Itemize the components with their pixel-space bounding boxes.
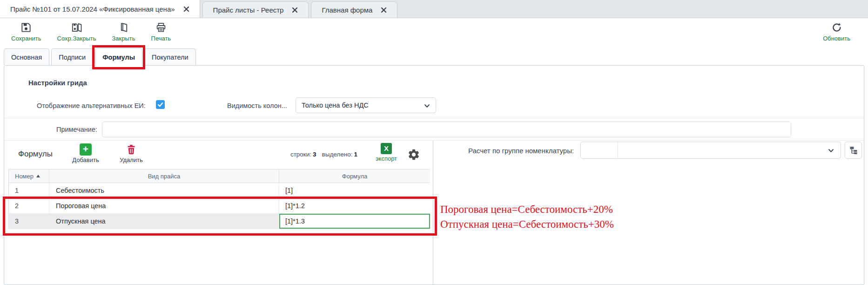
gear-icon[interactable] [407, 148, 420, 161]
column-header-formula[interactable]: Формула [279, 170, 430, 183]
save-close-button[interactable]: Сохр.Закрыть [57, 21, 96, 42]
nomenclature-group-combo[interactable] [580, 142, 841, 159]
note-label: Примечание: [37, 126, 97, 133]
cell-number: 2 [9, 198, 49, 213]
tab-main[interactable]: Основная [4, 48, 49, 65]
window-tab-bar: Прайс №101 от 15.07.2024 «Фиксированная … [0, 0, 868, 18]
table-row-selected[interactable]: 3 Отпускная цена [1]*1.3 [9, 214, 430, 229]
cell-formula: [1]*1.3 [279, 214, 430, 229]
print-button[interactable]: Печать [151, 21, 171, 42]
chevron-down-icon [424, 102, 431, 109]
table-header: Номер Вид прайса Формула [9, 169, 430, 183]
cell-number: 1 [9, 183, 49, 198]
formula-edit-cell[interactable]: [1]*1.3 [279, 214, 430, 229]
add-row-button[interactable]: + Добавить [64, 143, 108, 163]
formulas-tab-panel: Настройки грида Отображение альтернативн… [4, 65, 864, 285]
cell-price-type: Себестоимость [49, 183, 279, 198]
columns-visibility-select[interactable]: Только цена без НДС [296, 97, 436, 113]
app-window: Прайс №101 от 15.07.2024 «Фиксированная … [0, 0, 868, 285]
tab-label: Формулы [102, 54, 135, 61]
close-form-button[interactable]: Закрыть [112, 21, 135, 42]
grid-title: Формулы [18, 149, 53, 159]
alt-units-label: Отображение альтернативных ЕИ: [37, 102, 146, 109]
selected-count-label: выделено: [322, 151, 353, 158]
divider [4, 118, 864, 118]
hierarchy-tree-icon [848, 145, 859, 156]
combo-code-segment [581, 142, 618, 158]
annotation-line: Отпускная цена=Себестоимость+30% [440, 217, 614, 232]
sort-ascending-icon [36, 175, 40, 177]
formulas-grid: Формулы + Добавить Удалить строки:3выдел… [4, 141, 433, 285]
grid-settings-title: Настройки грида [28, 79, 87, 87]
rows-count-label: строки: [290, 151, 311, 158]
columns-visibility-label: Видимость колон... [227, 102, 287, 109]
window-tab-price-registry[interactable]: Прайс листы - Реестр [202, 1, 309, 18]
floppy-door-icon [71, 21, 83, 34]
main-toolbar: Сохранить Сохр.Закрыть Закрыть [0, 18, 868, 45]
tab-label: Подписи [59, 54, 86, 61]
close-icon[interactable] [292, 7, 298, 13]
table-row[interactable]: 1 Себестоимость [1] [9, 183, 430, 198]
alt-units-checkbox[interactable] [156, 100, 165, 109]
column-header-price-type[interactable]: Вид прайса [49, 170, 279, 183]
window-tab-price-document[interactable]: Прайс №101 от 15.07.2024 «Фиксированная … [0, 0, 200, 18]
selected-count-value: 1 [354, 151, 357, 158]
tab-formulas[interactable]: Формулы [95, 48, 142, 66]
cell-formula: [1]*1.2 [279, 198, 430, 213]
plus-icon: + [80, 143, 92, 156]
window-tab-label: Прайс №101 от 15.07.2024 «Фиксированная … [10, 5, 175, 13]
annotation-text: Пороговая цена=Себестоимость+20% Отпускн… [440, 202, 614, 232]
tab-buyers[interactable]: Покупатели [144, 48, 195, 65]
cell-price-type: Отпускная цена [49, 214, 279, 229]
close-icon[interactable] [381, 7, 387, 13]
tab-label: Основная [11, 54, 42, 61]
window-tab-main-form[interactable]: Главная форма [311, 1, 397, 18]
refresh-icon [831, 21, 843, 34]
grid-counters: строки:3выделено:1 [290, 151, 357, 158]
cell-number: 3 [9, 214, 49, 229]
cell-price-type: Пороговая цена [49, 198, 279, 213]
delete-row-button[interactable]: Удалить [109, 143, 153, 163]
window-tab-label: Главная форма [322, 6, 372, 14]
table-row[interactable]: 2 Пороговая цена [1]*1.2 [9, 198, 430, 214]
close-icon[interactable] [183, 6, 189, 12]
check-icon [157, 101, 164, 108]
selected-option: Только цена без НДС [302, 102, 369, 109]
tab-label: Покупатели [152, 54, 188, 61]
refresh-button[interactable]: Обновить [823, 21, 850, 42]
column-header-number[interactable]: Номер [9, 170, 49, 183]
trash-icon [125, 143, 137, 156]
chevron-down-icon [828, 147, 834, 154]
nomenclature-group-label: Расчет по группе номенклатуры: [468, 147, 574, 155]
excel-export-button[interactable]: X экспорт [371, 143, 402, 162]
formulas-table: Номер Вид прайса Формула 1 Себестоимость… [8, 169, 430, 229]
save-button[interactable]: Сохранить [11, 21, 41, 42]
rows-count-value: 3 [313, 151, 316, 158]
tree-select-button[interactable] [845, 142, 862, 159]
excel-icon: X [381, 143, 392, 154]
window-tab-label: Прайс листы - Реестр [213, 6, 284, 14]
tab-signatures[interactable]: Подписи [51, 48, 93, 65]
form-tab-bar: Основная Подписи Формулы Покупатели [4, 44, 196, 65]
note-input[interactable] [102, 122, 791, 137]
open-door-icon [118, 21, 130, 34]
annotation-line: Пороговая цена=Себестоимость+20% [440, 202, 614, 217]
cell-formula: [1] [279, 183, 430, 198]
printer-icon [155, 21, 167, 34]
floppy-disk-icon [20, 21, 32, 34]
